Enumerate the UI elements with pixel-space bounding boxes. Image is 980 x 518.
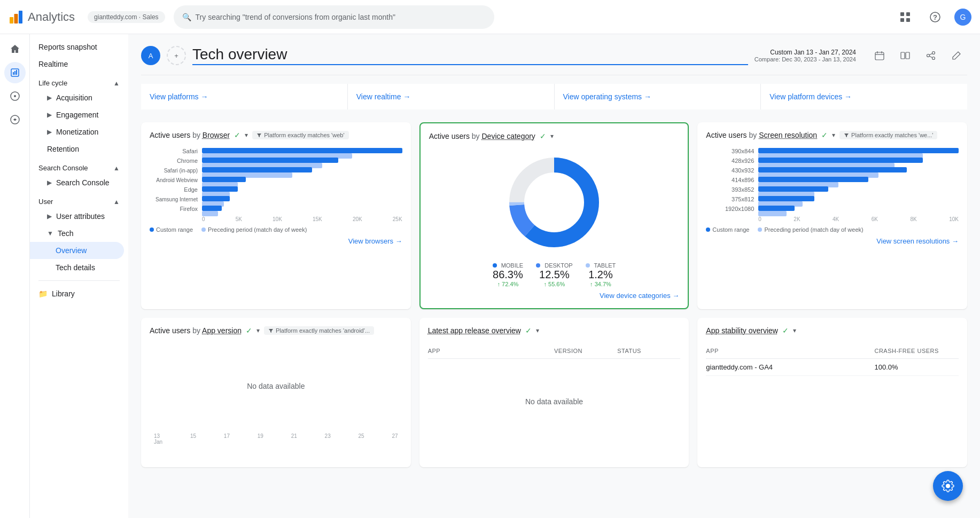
view-screen-resolutions-link[interactable]: View screen resolutions →: [706, 237, 959, 245]
latest-app-title: Latest app release overview: [428, 326, 521, 335]
view-platforms-link[interactable]: View platforms →: [150, 92, 208, 101]
date-range[interactable]: Custom Jan 13 - Jan 27, 2024: [770, 49, 856, 56]
view-os-link[interactable]: View operating systems →: [563, 92, 651, 101]
bar-container: [758, 206, 959, 212]
sidebar-library-label: Library: [52, 289, 75, 298]
bar-row-safari-inapp: Safari (in-app): [150, 167, 402, 174]
app-version-check-icon: ✓: [246, 326, 252, 335]
bar-row-428: 428x926: [706, 158, 959, 164]
engagement-expand-icon: ▶: [47, 111, 52, 119]
mobile-dot: [493, 263, 497, 268]
app-stability-dropdown-btn[interactable]: ▾: [793, 327, 796, 334]
browser-filter-badge[interactable]: Platform exactly matches 'web': [252, 131, 348, 139]
nav-card-os[interactable]: View operating systems →: [555, 84, 761, 109]
browser-chart-card: Active users by Browser ✓ ▾ Platform exa…: [141, 122, 411, 309]
bar-row-firefox: Firefox: [150, 206, 402, 212]
page-header: A + Tech overview Custom Jan 13 - Jan 27…: [141, 34, 967, 75]
app-version-no-data: No data available: [150, 343, 402, 429]
svg-rect-12: [16, 70, 17, 75]
svg-rect-16: [875, 52, 884, 60]
advertising-icon-btn[interactable]: [4, 109, 26, 130]
bar-label: 430x932: [706, 167, 754, 174]
fab-settings-btn[interactable]: [933, 471, 963, 501]
bar-current: [202, 196, 230, 201]
svg-rect-5: [900, 18, 904, 22]
bar-row-1920: 1920x1080: [706, 206, 959, 212]
bar-row-samsung: Samsung Internet: [150, 196, 402, 202]
explore-icon-btn[interactable]: [4, 85, 26, 107]
desktop-value: 12.5%: [536, 269, 572, 281]
grid-icon-btn[interactable]: [895, 6, 916, 28]
user-chevron-icon: ▲: [113, 198, 120, 206]
sidebar-item-engagement[interactable]: ▶ Engagement: [30, 106, 124, 123]
sidebar-item-tech[interactable]: ▼ Tech: [30, 225, 124, 242]
screen-dropdown-btn[interactable]: ▾: [832, 131, 835, 139]
sidebar-lifecycle-section[interactable]: Life cycle ▲: [30, 73, 128, 89]
bar-container: [202, 177, 402, 183]
search-bar[interactable]: 🔍 Try searching "trend of conversions fr…: [174, 5, 494, 29]
svg-rect-20: [901, 52, 905, 59]
date-picker-icon-btn[interactable]: [869, 45, 890, 66]
sidebar-item-library[interactable]: 📁 Library: [30, 285, 124, 302]
bar-container: [202, 158, 402, 164]
svg-rect-21: [906, 52, 909, 59]
help-icon-btn[interactable]: ?: [924, 6, 946, 28]
app-version-dropdown-btn[interactable]: ▾: [256, 327, 260, 334]
add-comparison-btn[interactable]: +: [167, 46, 186, 65]
bar-row-414: 414x896: [706, 177, 959, 183]
browser-chart-legend: Custom range Preceding period (match day…: [150, 226, 402, 233]
nav-card-platforms[interactable]: View platforms →: [141, 84, 347, 109]
share-icon-btn[interactable]: [920, 45, 942, 66]
bar-prev: [758, 211, 786, 216]
topbar: Analytics giantteddy.com · Sales 🔍 Try s…: [0, 0, 980, 34]
app-version-title: Active users by App version: [150, 326, 242, 335]
browser-check-icon: ✓: [234, 131, 240, 139]
screen-filter-badge[interactable]: Platform exactly matches 'we...': [839, 131, 937, 139]
user-avatar[interactable]: G: [954, 9, 971, 26]
latest-app-dropdown-btn[interactable]: ▾: [536, 327, 539, 334]
sidebar-item-monetization[interactable]: ▶ Monetization: [30, 123, 124, 140]
compare-icon-btn[interactable]: [895, 45, 916, 66]
analytics-logo-icon: [9, 10, 24, 25]
nav-card-platform-devices[interactable]: View platform devices →: [761, 84, 967, 109]
sidebar-item-reports-snapshot[interactable]: Reports snapshot: [30, 38, 124, 56]
app-version-card: Active users by App version ✓ ▾ Platform…: [141, 318, 411, 467]
sidebar-search-console-label: Search Console: [56, 178, 110, 187]
device-dropdown-btn[interactable]: ▾: [550, 132, 554, 140]
sidebar-icon-bar: [0, 34, 30, 518]
view-platform-devices-link[interactable]: View platform devices →: [769, 92, 852, 101]
sidebar-search-console-section[interactable]: Search Console ▲: [30, 158, 128, 174]
view-device-categories-link[interactable]: View device categories →: [429, 292, 680, 300]
browser-chart-header: Active users by Browser ✓ ▾ Platform exa…: [150, 131, 402, 139]
sidebar-item-user-attributes[interactable]: ▶ User attributes: [30, 208, 124, 225]
nav-card-realtime[interactable]: View realtime →: [348, 84, 554, 109]
sidebar-item-search-console[interactable]: ▶ Search Console: [30, 174, 124, 191]
edit-icon-btn[interactable]: [946, 45, 967, 66]
legend-dot-prev: [201, 227, 206, 232]
sidebar-user-section-label: User: [38, 198, 53, 206]
sidebar-user-section[interactable]: User ▲: [30, 191, 128, 208]
sidebar-monetization-label: Monetization: [56, 128, 98, 136]
col-app-header: APP: [706, 348, 874, 354]
sidebar-item-overview[interactable]: Overview: [30, 242, 124, 259]
sidebar-item-retention[interactable]: Retention: [30, 140, 124, 158]
home-icon-btn[interactable]: [4, 38, 26, 60]
sidebar-item-tech-details[interactable]: Tech details: [30, 259, 124, 276]
bar-row-390: 390x844: [706, 148, 959, 154]
col-app-header: APP: [428, 348, 554, 354]
home-icon: [10, 44, 20, 54]
sidebar-item-acquisition[interactable]: ▶ Acquisition: [30, 89, 124, 106]
view-browsers-link[interactable]: View browsers →: [150, 237, 402, 245]
app-version-filter-badge[interactable]: Platform exactly matches 'android'...: [264, 326, 374, 335]
account-pill[interactable]: giantteddy.com · Sales: [88, 11, 165, 23]
screen-bar-chart: 390x844 428x926: [706, 148, 959, 233]
browser-dropdown-btn[interactable]: ▾: [245, 131, 248, 139]
sidebar-item-realtime[interactable]: Realtime: [30, 56, 124, 73]
screen-check-icon: ✓: [821, 131, 828, 139]
search-icon: 🔍: [182, 13, 191, 21]
bar-current: [202, 167, 312, 172]
timeline-axis: 13Jan 15 17 19 21 23 25 27: [150, 433, 402, 445]
view-realtime-link[interactable]: View realtime →: [356, 92, 411, 101]
bar-row-430: 430x932: [706, 167, 959, 174]
reports-icon-btn[interactable]: [4, 62, 26, 83]
